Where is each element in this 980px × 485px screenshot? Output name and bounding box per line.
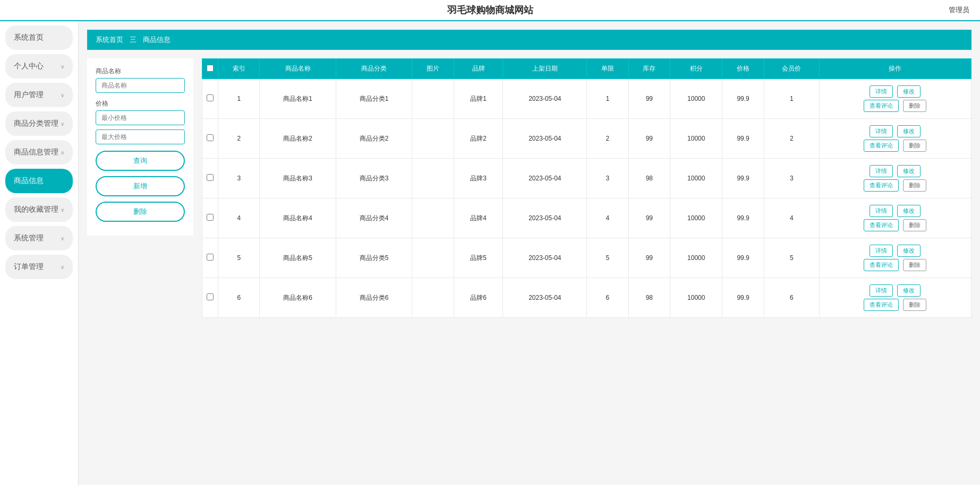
actions-row-2: 查看评论 删除 [823, 138, 968, 153]
cell-brand: 品牌5 [454, 238, 503, 278]
cell-member-price: 2 [764, 119, 819, 159]
sidebar-item-orders[interactable]: 订单管理 ∨ [5, 255, 73, 279]
cell-checkbox [202, 198, 218, 238]
actions-row: 详情 修改 [823, 84, 968, 99]
th-name: 商品名称 [260, 59, 336, 79]
cell-category: 商品分类2 [336, 119, 412, 159]
name-input[interactable] [96, 78, 185, 93]
detail-button-4[interactable]: 详情 [870, 205, 893, 217]
delete-row-button-2[interactable]: 删除 [903, 140, 926, 152]
cell-image [412, 198, 454, 238]
row-checkbox-2[interactable] [207, 134, 214, 141]
edit-button-6[interactable]: 修改 [897, 284, 921, 297]
th-points: 积分 [670, 59, 722, 79]
sidebar-item-profile[interactable]: 个人中心 ∨ [5, 54, 73, 79]
cell-stock: 99 [628, 198, 670, 238]
table-row: 1 商品名称1 商品分类1 品牌1 2023-05-04 1 99 10000 … [202, 79, 972, 119]
cell-image [412, 119, 454, 159]
cell-price: 99.9 [722, 159, 764, 198]
sidebar-item-favorites[interactable]: 我的收藏管理 ∨ [5, 197, 73, 222]
sidebar-item-orders-label: 订单管理 [14, 262, 44, 272]
price-label: 价格 [96, 99, 185, 108]
row-checkbox-5[interactable] [207, 254, 214, 261]
th-limit: 单限 [587, 59, 628, 79]
detail-button-3[interactable]: 详情 [870, 165, 893, 177]
sidebar-item-system[interactable]: 系统管理 ∨ [5, 226, 73, 250]
edit-button-5[interactable]: 修改 [897, 245, 921, 257]
min-price-input[interactable] [96, 110, 185, 125]
sidebar-item-home[interactable]: 系统首页 [5, 25, 73, 50]
cell-limit: 3 [587, 159, 628, 198]
cell-index: 2 [218, 119, 260, 159]
sidebar-item-favorites-label: 我的收藏管理 [14, 205, 58, 214]
edit-button-3[interactable]: 修改 [897, 165, 921, 177]
detail-button-1[interactable]: 详情 [870, 85, 893, 98]
cell-index: 3 [218, 159, 260, 198]
cell-checkbox [202, 238, 218, 278]
sidebar-item-users-label: 用户管理 [14, 90, 44, 100]
cell-category: 商品分类6 [336, 278, 412, 318]
cell-name: 商品名称5 [260, 238, 336, 278]
cell-points: 10000 [670, 278, 722, 318]
review-button-6[interactable]: 查看评论 [864, 299, 899, 311]
delete-row-button-3[interactable]: 删除 [903, 179, 926, 192]
breadcrumb-separator: 三 [130, 35, 137, 45]
cell-actions: 详情 修改 查看评论 删除 [819, 238, 971, 278]
breadcrumb: 系统首页 三 商品信息 [87, 30, 972, 50]
row-checkbox-3[interactable] [207, 174, 214, 181]
chevron-down-icon: ∨ [61, 92, 64, 98]
detail-button-5[interactable]: 详情 [870, 245, 893, 257]
edit-button-2[interactable]: 修改 [897, 125, 921, 137]
name-label: 商品名称 [96, 67, 185, 76]
review-button-1[interactable]: 查看评论 [864, 100, 899, 112]
delete-row-button-1[interactable]: 删除 [903, 100, 926, 112]
delete-row-button-4[interactable]: 删除 [903, 219, 926, 231]
cell-date: 2023-05-04 [503, 198, 587, 238]
add-button[interactable]: 新增 [96, 176, 185, 196]
delete-button[interactable]: 删除 [96, 202, 185, 222]
edit-button-1[interactable]: 修改 [897, 85, 921, 98]
edit-button-4[interactable]: 修改 [897, 205, 921, 217]
delete-row-button-6[interactable]: 删除 [903, 299, 926, 311]
cell-date: 2023-05-04 [503, 159, 587, 198]
review-button-3[interactable]: 查看评论 [864, 179, 899, 192]
row-checkbox-4[interactable] [207, 214, 214, 221]
cell-name: 商品名称1 [260, 79, 336, 119]
cell-brand: 品牌2 [454, 119, 503, 159]
cell-limit: 2 [587, 119, 628, 159]
cell-name: 商品名称2 [260, 119, 336, 159]
review-button-4[interactable]: 查看评论 [864, 219, 899, 231]
sidebar-item-users[interactable]: 用户管理 ∨ [5, 83, 73, 107]
detail-button-6[interactable]: 详情 [870, 284, 893, 297]
cell-price: 99.9 [722, 278, 764, 318]
cell-image [412, 79, 454, 119]
cell-category: 商品分类3 [336, 159, 412, 198]
table-header-row: 索引 商品名称 商品分类 图片 品牌 上架日期 单限 库存 积分 价格 会员价 … [202, 59, 972, 79]
chevron-up-icon: ∧ [61, 150, 64, 155]
th-image: 图片 [412, 59, 454, 79]
sidebar-item-categories[interactable]: 商品分类管理 ∨ [5, 111, 73, 136]
cell-actions: 详情 修改 查看评论 删除 [819, 198, 971, 238]
sidebar-item-product-info[interactable]: 商品信息 [5, 169, 73, 193]
cell-stock: 99 [628, 119, 670, 159]
review-button-2[interactable]: 查看评论 [864, 140, 899, 152]
row-checkbox-6[interactable] [207, 293, 214, 300]
cell-brand: 品牌6 [454, 278, 503, 318]
cell-checkbox [202, 119, 218, 159]
sidebar-item-product-info-label: 商品信息 [14, 176, 44, 186]
delete-row-button-5[interactable]: 删除 [903, 259, 926, 271]
detail-button-2[interactable]: 详情 [870, 125, 893, 137]
price-field-group: 价格 [96, 99, 185, 144]
row-checkbox-1[interactable] [207, 94, 214, 101]
select-all-checkbox[interactable] [207, 65, 214, 72]
cell-points: 10000 [670, 119, 722, 159]
cell-points: 10000 [670, 198, 722, 238]
max-price-input[interactable] [96, 129, 185, 144]
query-button[interactable]: 查询 [96, 151, 185, 171]
cell-points: 10000 [670, 238, 722, 278]
breadcrumb-home[interactable]: 系统首页 [96, 35, 123, 45]
cell-image [412, 278, 454, 318]
sidebar-item-products[interactable]: 商品信息管理 ∧ [5, 140, 73, 164]
cell-actions: 详情 修改 查看评论 删除 [819, 119, 971, 159]
review-button-5[interactable]: 查看评论 [864, 259, 899, 271]
